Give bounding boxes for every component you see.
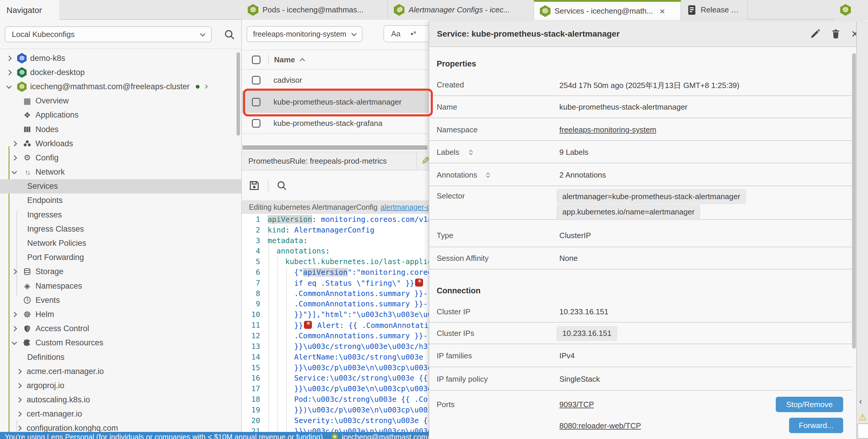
sidebar-item-autoscaling-k8s-io[interactable]: autoscaling.k8s.io	[0, 393, 242, 407]
alertmanager-config-link[interactable]: alertmanager-config	[380, 203, 429, 211]
row-value: IPv4	[559, 351, 575, 361]
drawer-row-ip-families: IP families IPv4	[429, 344, 852, 367]
sidebar-item-storage[interactable]: Storage	[0, 265, 242, 279]
sidebar-item-docker-desktop[interactable]: ☸ docker-desktop	[0, 65, 242, 79]
editor-search-icon[interactable]	[276, 180, 287, 191]
drawer-scrollbar-thumb[interactable]	[852, 53, 856, 348]
sidebar-item-freeleaps-cluster[interactable]: ☸ icecheng@mathmast.com@freeleaps-cluste…	[0, 79, 242, 94]
tab-services[interactable]: ☸ Services - icecheng@math... ×	[534, 0, 681, 21]
sidebar-item-ingresses[interactable]: Ingresses	[0, 208, 242, 222]
close-tab-icon[interactable]: ×	[659, 6, 665, 16]
line-number: 17	[242, 384, 260, 393]
tab-release-notes[interactable]: Release Notes	[681, 0, 748, 20]
select-all-checkbox[interactable]	[252, 56, 260, 64]
chevron-left-icon[interactable]: ‹	[859, 396, 862, 406]
save-icon[interactable]	[248, 180, 260, 192]
sidebar-item-label: Applications	[35, 110, 79, 120]
row-label: Selector	[437, 192, 465, 201]
edit-pencil-icon[interactable]: ✎	[421, 155, 429, 167]
sidebar-item-demo-k8s[interactable]: ☸ demo-k8s	[0, 51, 242, 65]
stop-remove-button[interactable]: Stop/Remove	[776, 397, 843, 412]
row-checkbox[interactable]	[252, 76, 260, 85]
row-checkbox[interactable]	[252, 119, 260, 128]
sidebar-item-endpoints[interactable]: Endpoints	[0, 194, 242, 208]
row-label: IP family policy	[437, 375, 488, 384]
sidebar-item-nodes[interactable]: Nodes	[0, 122, 242, 136]
drawer-header: Service: kube-prometheus-stack-alertmana…	[429, 22, 868, 47]
sidebar-item-port-forwarding[interactable]: Port Forwarding	[0, 250, 242, 265]
editing-status-text: Editing kubernetes AlertmanagerConfig	[249, 203, 377, 211]
table-row-alertmanager[interactable]: kube-prometheus-stack-alertmanager	[242, 91, 429, 113]
horizontal-scrollbar-thumb[interactable]	[242, 145, 428, 150]
table-row-cadvisor[interactable]: cadvisor	[242, 70, 429, 91]
sidebar-item-definitions[interactable]: Definitions	[0, 350, 242, 364]
code-line: apiVersion: monitoring.coreos.com/v1alph…	[268, 215, 429, 224]
port-8080-link[interactable]: 8080:reloader-web/TCP	[559, 421, 641, 431]
sidebar-item-ingress-classes[interactable]: Ingress Classes	[0, 222, 242, 236]
sidebar-item-acme-cert-manager-io[interactable]: acme.cert-manager.io	[0, 364, 242, 378]
kubernetes-icon: ☸	[17, 53, 27, 64]
name-column-header[interactable]: Name	[274, 55, 295, 64]
code-line: if eq .Status \"firing\" }}	[294, 279, 424, 288]
chevron-down-icon	[351, 31, 356, 36]
row-value: kube-prometheus-stack-alertmanager	[559, 103, 688, 112]
tab-partial[interactable]: ☸	[834, 0, 868, 20]
expand-toggle-icon[interactable]	[469, 148, 472, 155]
forward-button[interactable]: Forward...	[789, 418, 843, 433]
sidebar-item-argoproj-io[interactable]: argoproj.io	[0, 378, 242, 393]
table-row-grafana[interactable]: kube-prometheus-stack-grafana	[242, 113, 429, 134]
sidebar-item-network-policies[interactable]: Network Policies	[0, 236, 242, 250]
code-line: .CommonAnnotations.summary }}-	[294, 300, 428, 308]
edit-segment[interactable]: ✎	[416, 152, 429, 170]
license-text: You're using Lens Personal (for individu…	[5, 433, 323, 439]
tab-label: Release Notes	[701, 5, 741, 14]
sidebar-item-namespaces[interactable]: ◈ Namespaces	[0, 279, 242, 293]
tab-label: Services - icecheng@math...	[555, 6, 653, 16]
kubernetes-icon: ☸	[248, 4, 258, 16]
line-number: 8	[242, 289, 260, 298]
expand-toggle-icon[interactable]	[487, 171, 489, 177]
row-value: 9 Labels	[559, 148, 588, 157]
namespace-select[interactable]: freeleaps-monitoring-system	[247, 26, 363, 42]
tab-alertmanager-configs[interactable]: ☸ Alertmanager Configs - icec...	[388, 0, 534, 20]
port-9093-link[interactable]: 9093/TCP	[559, 400, 594, 409]
kubeconfig-select[interactable]: Local Kubeconfigs	[5, 26, 212, 42]
sidebar-item-access-control[interactable]: Access Control	[0, 322, 242, 336]
sidebar-item-helm[interactable]: ☸ Helm	[0, 307, 242, 322]
regex-toggle[interactable]: ▪*	[411, 29, 416, 38]
delete-trash-icon[interactable]	[831, 29, 841, 39]
code-line: }}\u003c/p\u003e\n\u003cp\u003e\u003cstr…	[294, 384, 429, 393]
drawer-row-ports: Ports 9093/TCP 8080:reloader-web/TCP Sto…	[429, 391, 852, 439]
code-line: {"apiVersion":"monitoring.coreos.com/v1a…	[294, 268, 429, 276]
navigator-sidebar: Local Kubeconfigs ☸ demo-k8s ☸ docker-de…	[0, 20, 242, 433]
sidebar-item-network[interactable]: ↑↓ Network	[0, 165, 242, 179]
row-checkbox[interactable]	[252, 98, 260, 106]
search-input[interactable]: Aa ▪* Search	[383, 25, 429, 42]
sidebar-item-label: Port Forwarding	[27, 253, 84, 262]
sidebar-item-workloads[interactable]: Workloads	[0, 136, 242, 151]
sidebar-item-label: configuration.konghq.com	[27, 424, 118, 433]
edit-pencil-icon[interactable]	[810, 29, 820, 39]
sidebar-item-services[interactable]: Services	[0, 179, 242, 194]
sidebar-scrollbar-thumb[interactable]	[237, 52, 240, 136]
match-case-toggle[interactable]: Aa	[391, 29, 401, 38]
search-icon[interactable]	[223, 29, 235, 40]
sidebar-item-cert-manager-io[interactable]: cert-manager.io	[0, 407, 242, 421]
sidebar-item-custom-resources[interactable]: Custom Resources	[0, 336, 242, 350]
namespace-link[interactable]: freeleaps-monitoring-system	[559, 125, 656, 134]
chevron-right-icon	[6, 56, 11, 61]
prometheusrule-tab-bar[interactable]: PrometheusRule: freepeals-prod-metrics ✎	[242, 151, 429, 170]
tab-pods[interactable]: ☸ Pods - icecheng@mathmas...	[242, 0, 388, 20]
chevron-right-icon	[6, 70, 11, 75]
table-header-row[interactable]: Name	[242, 49, 429, 70]
sidebar-item-events[interactable]: Events	[0, 293, 242, 307]
sidebar-item-overview[interactable]: ▦ Overview	[0, 94, 242, 108]
sidebar-item-configuration-konghq-com[interactable]: configuration.konghq.com	[0, 421, 242, 433]
code-line: kubectl.kubernetes.io/last-applied-confi…	[285, 257, 429, 266]
sidebar-item-config[interactable]: ⚙ Config	[0, 151, 242, 165]
code-line: annotations:	[276, 247, 330, 255]
kubernetes-icon: ☸	[540, 5, 551, 17]
sidebar-item-applications[interactable]: ❖ Applications	[0, 108, 242, 122]
yaml-editor[interactable]: 1apiVersion: monitoring.coreos.com/v1alp…	[242, 214, 429, 433]
sidebar-item-label: Access Control	[35, 324, 89, 333]
